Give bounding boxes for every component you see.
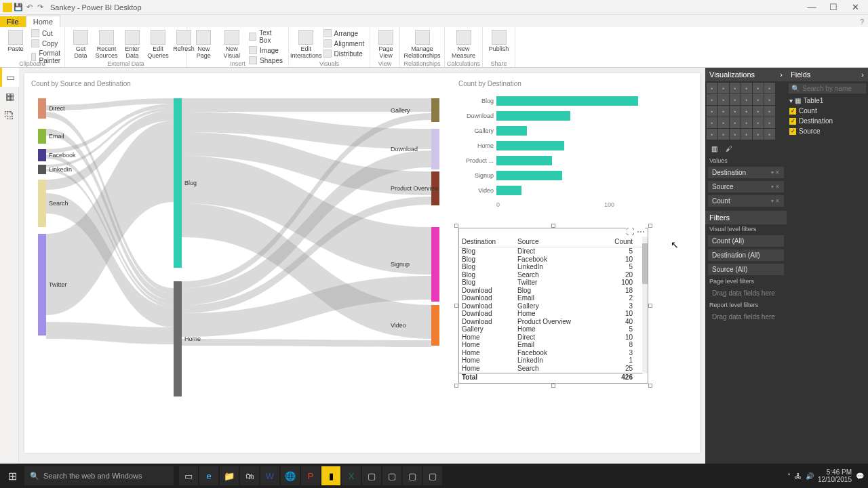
barchart-visual[interactable]: Count by Destination BlogDownloadGallery… xyxy=(458,80,648,222)
explorer-icon[interactable]: 📁 xyxy=(220,466,239,485)
table-row[interactable]: BlogSearch20 xyxy=(459,271,648,279)
filter-destination[interactable]: Destination (All) xyxy=(708,249,784,261)
help-icon[interactable]: ? xyxy=(856,16,868,27)
viz-type-icon[interactable]: ▪ xyxy=(718,117,729,128)
maximize-button[interactable]: ☐ xyxy=(823,1,844,14)
viz-type-icon[interactable]: ▪ xyxy=(730,94,741,105)
viz-type-icon[interactable]: ▪ xyxy=(753,83,764,94)
field-table[interactable]: ▾ ▦Table1 xyxy=(787,96,868,106)
focus-mode-icon[interactable]: ⛶ xyxy=(626,227,634,237)
canvas-area[interactable]: Count by Source and Destination DirectEm… xyxy=(19,68,705,464)
table-row[interactable]: DownloadGallery3 xyxy=(459,302,648,310)
viz-type-icon[interactable]: ▪ xyxy=(730,129,741,140)
edit-interactions-button[interactable]: Edit Interactions xyxy=(293,28,319,61)
viz-type-icon[interactable]: ▪ xyxy=(764,129,775,140)
table-row[interactable]: BlogTwitter100 xyxy=(459,279,648,287)
new-visual-button[interactable]: New Visual xyxy=(218,28,245,61)
data-view-icon[interactable]: ▦ xyxy=(0,87,19,106)
viz-type-icon[interactable]: ▪ xyxy=(718,106,729,117)
chrome-icon[interactable]: 🌐 xyxy=(281,466,300,485)
viz-type-icon[interactable]: ▪ xyxy=(753,117,764,128)
publish-button[interactable]: Publish xyxy=(487,28,511,54)
image-button[interactable]: Image xyxy=(248,45,284,55)
arrange-button[interactable]: Arrange xyxy=(322,28,366,38)
cut-button[interactable]: Cut xyxy=(30,28,65,38)
table-row[interactable]: HomeSearch25 xyxy=(459,365,648,373)
viz-type-icon[interactable]: ▪ xyxy=(718,129,729,140)
format-tab-icon[interactable]: 🖌 xyxy=(723,142,735,155)
store-icon[interactable]: 🛍 xyxy=(240,466,259,485)
table-row[interactable]: DownloadHome10 xyxy=(459,310,648,318)
table-row[interactable]: DownloadEmail2 xyxy=(459,294,648,302)
minimize-button[interactable]: — xyxy=(802,1,822,14)
app-icon[interactable]: ▢ xyxy=(362,466,381,485)
well-destination[interactable]: Destination▾ ✕ xyxy=(708,167,784,178)
viz-type-icon[interactable]: ▪ xyxy=(764,83,775,94)
viz-type-icon[interactable]: ▪ xyxy=(741,106,752,117)
filter-count[interactable]: Count (All) xyxy=(708,235,784,247)
new-page-button[interactable]: New Page xyxy=(191,28,216,61)
table-row[interactable]: HomeFacebook3 xyxy=(459,349,648,357)
viz-type-icon[interactable]: ▪ xyxy=(730,83,741,94)
volume-icon[interactable]: 🔊 xyxy=(806,472,814,480)
bar-row[interactable]: Signup xyxy=(458,169,648,182)
start-button[interactable]: ⊞ xyxy=(0,464,24,488)
powerpoint-icon[interactable]: P xyxy=(301,466,320,485)
fields-search[interactable]: 🔍 xyxy=(789,83,866,94)
viz-type-icon[interactable]: ▪ xyxy=(741,83,752,94)
word-icon[interactable]: W xyxy=(260,466,279,485)
taskbar-search[interactable]: 🔍Search the web and Windows xyxy=(24,466,174,485)
sankey-visual[interactable]: Count by Source and Destination DirectEm… xyxy=(31,80,452,446)
table-row[interactable]: HomeDirect10 xyxy=(459,333,648,342)
filter-source[interactable]: Source (All) xyxy=(708,264,784,275)
fields-tab-icon[interactable]: ▥ xyxy=(708,142,720,155)
network-icon[interactable]: 🖧 xyxy=(795,472,802,480)
viz-type-icon[interactable]: ▪ xyxy=(753,94,764,105)
app-icon[interactable]: ▢ xyxy=(423,466,442,485)
viz-type-icon[interactable]: ▪ xyxy=(730,106,741,117)
viz-type-icon[interactable]: ▪ xyxy=(718,83,729,94)
distribute-button[interactable]: Distribute xyxy=(322,49,366,58)
undo-icon[interactable]: ↶ xyxy=(24,3,34,12)
viz-type-icon[interactable]: ▪ xyxy=(707,94,717,105)
more-options-icon[interactable]: ⋯ xyxy=(637,227,645,237)
table-row[interactable]: HomeEmail8 xyxy=(459,341,648,349)
report-canvas[interactable]: Count by Source and Destination DirectEm… xyxy=(24,73,700,453)
viz-type-icon[interactable]: ▪ xyxy=(753,129,764,140)
viz-type-icon[interactable]: ▪ xyxy=(707,117,717,128)
collapse-icon[interactable]: › xyxy=(780,70,783,79)
well-count[interactable]: Count▾ ✕ xyxy=(708,195,784,207)
get-data-button[interactable]: Get Data xyxy=(69,28,92,61)
tab-home[interactable]: Home xyxy=(26,16,60,27)
edge-icon[interactable]: e xyxy=(199,466,218,485)
viz-type-icon[interactable]: ▪ xyxy=(753,106,764,117)
table-row[interactable]: BlogLinkedIn5 xyxy=(459,263,648,271)
well-source[interactable]: Source▾ ✕ xyxy=(708,181,784,192)
field-count[interactable]: ✓Count xyxy=(787,106,868,116)
viz-type-icon[interactable]: ▪ xyxy=(741,94,752,105)
collapse-icon[interactable]: › xyxy=(861,70,864,79)
alignment-button[interactable]: Alignment xyxy=(322,39,366,48)
recent-sources-button[interactable]: Recent Sources xyxy=(95,28,118,61)
table-row[interactable]: BlogFacebook10 xyxy=(459,256,648,264)
table-row[interactable]: DownloadProduct Overview40 xyxy=(459,318,648,326)
bar-row[interactable]: Home xyxy=(458,139,648,152)
viz-type-icon[interactable]: ▪ xyxy=(730,117,741,128)
field-source[interactable]: ✓Source xyxy=(787,126,868,136)
powerbi-icon[interactable]: ▮ xyxy=(321,466,340,485)
table-row[interactable]: GalleryHome5 xyxy=(459,325,648,333)
new-measure-button[interactable]: New Measure xyxy=(449,28,478,61)
tab-file[interactable]: File xyxy=(0,16,26,27)
notifications-icon[interactable]: 💬 xyxy=(856,472,864,480)
edit-queries-button[interactable]: Edit Queries xyxy=(146,28,170,61)
model-view-icon[interactable]: ⿻ xyxy=(0,106,19,125)
save-icon[interactable]: 💾 xyxy=(14,3,23,12)
bar-row[interactable]: Gallery xyxy=(458,124,648,138)
app-icon[interactable]: ▢ xyxy=(382,466,401,485)
bar-row[interactable]: Video xyxy=(458,184,648,197)
viz-type-icon[interactable]: ▪ xyxy=(741,117,752,128)
table-row[interactable]: DownloadBlog18 xyxy=(459,287,648,295)
viz-type-icon[interactable]: ▪ xyxy=(707,106,717,117)
manage-relationships-button[interactable]: Manage Relationships xyxy=(404,28,440,61)
clock[interactable]: 5:46 PM12/10/2015 xyxy=(818,468,852,483)
